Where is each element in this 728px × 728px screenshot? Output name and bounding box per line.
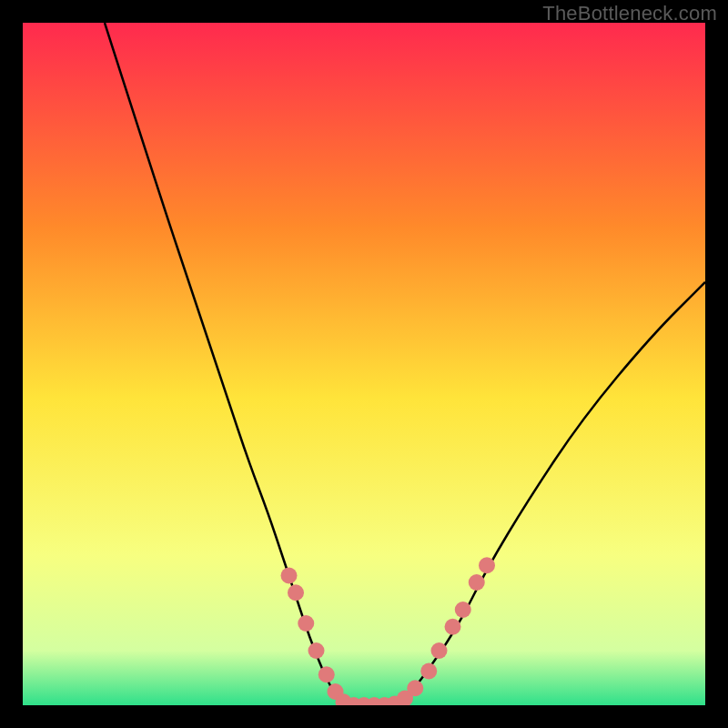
- watermark-text: TheBottleneck.com: [542, 2, 717, 25]
- gradient-background: [23, 23, 705, 705]
- curve-marker: [281, 568, 298, 584]
- curve-marker: [298, 615, 314, 632]
- bottleneck-plot: [23, 23, 705, 705]
- curve-marker: [308, 642, 325, 659]
- curve-marker: [318, 666, 335, 682]
- curve-marker: [288, 584, 304, 601]
- curve-marker: [455, 602, 471, 618]
- curve-marker: [407, 680, 423, 696]
- curve-marker: [431, 642, 448, 659]
- curve-marker: [420, 663, 437, 680]
- curve-marker: [445, 619, 461, 635]
- chart-frame: TheBottleneck.com: [0, 0, 728, 728]
- curve-marker: [469, 574, 485, 591]
- plot-svg: [23, 23, 705, 705]
- curve-marker: [479, 557, 495, 573]
